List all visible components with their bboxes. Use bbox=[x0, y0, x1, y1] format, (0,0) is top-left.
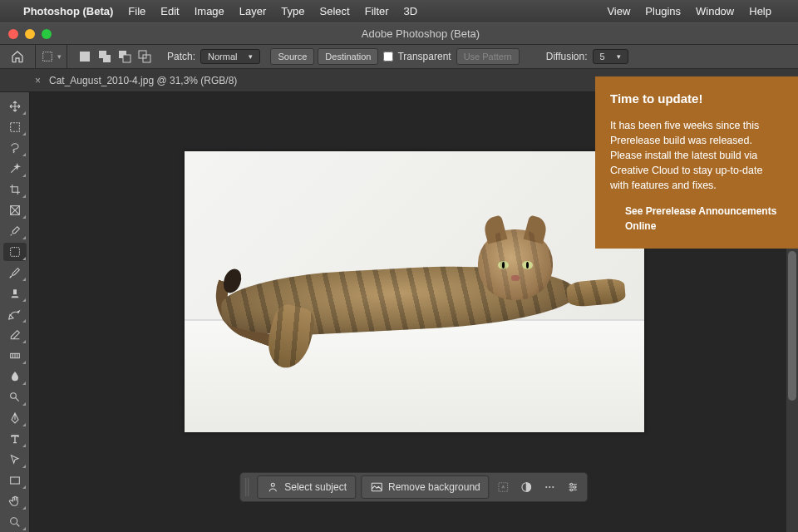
dodge-tool[interactable] bbox=[3, 388, 27, 406]
traffic-lights bbox=[8, 29, 52, 39]
clone-stamp-tool[interactable] bbox=[3, 284, 27, 303]
patch-label: Patch: bbox=[167, 51, 195, 62]
tab-close-icon[interactable]: × bbox=[35, 75, 41, 86]
selection-add-icon[interactable] bbox=[97, 49, 112, 64]
transparent-checkbox[interactable]: Transparent bbox=[383, 51, 451, 62]
svg-point-19 bbox=[546, 486, 548, 488]
more-icon[interactable] bbox=[541, 478, 559, 496]
eyedropper-tool[interactable] bbox=[3, 222, 27, 240]
maximize-window-button[interactable] bbox=[42, 29, 52, 39]
tools-panel bbox=[0, 92, 30, 532]
pen-tool[interactable] bbox=[3, 409, 27, 427]
app-name[interactable]: Photoshop (Beta) bbox=[23, 5, 113, 17]
menu-3d[interactable]: 3D bbox=[404, 5, 418, 17]
menu-select[interactable]: Select bbox=[320, 5, 350, 17]
generative-fill-icon[interactable] bbox=[495, 478, 513, 496]
home-button[interactable] bbox=[5, 47, 30, 66]
document-canvas[interactable] bbox=[185, 151, 644, 432]
history-brush-tool[interactable] bbox=[3, 305, 27, 323]
drag-handle-icon[interactable] bbox=[245, 478, 249, 496]
adjustments-icon[interactable] bbox=[518, 478, 536, 496]
svg-point-14 bbox=[10, 518, 17, 525]
window-title: Adobe Photoshop (Beta) bbox=[52, 27, 790, 40]
svg-point-20 bbox=[549, 486, 551, 488]
use-pattern-button: Use Pattern bbox=[456, 48, 520, 65]
select-subject-button[interactable]: Select subject bbox=[257, 475, 356, 499]
patch-mode-dropdown[interactable]: Normal▾ bbox=[200, 49, 260, 64]
lasso-tool[interactable] bbox=[3, 139, 27, 157]
contextual-task-bar: Select subject Remove background bbox=[239, 472, 588, 502]
gradient-tool[interactable] bbox=[3, 347, 27, 365]
system-menubar: Photoshop (Beta) File Edit Image Layer T… bbox=[0, 0, 798, 22]
svg-rect-8 bbox=[10, 123, 19, 132]
selection-mode-group bbox=[72, 49, 157, 64]
menu-image[interactable]: Image bbox=[195, 5, 224, 17]
patch-tool[interactable] bbox=[3, 243, 27, 261]
magic-wand-tool[interactable] bbox=[3, 160, 27, 178]
svg-point-23 bbox=[574, 486, 576, 489]
diffusion-dropdown[interactable]: 5▾ bbox=[593, 49, 628, 64]
svg-rect-13 bbox=[10, 477, 19, 484]
svg-rect-10 bbox=[10, 248, 19, 257]
menu-filter[interactable]: Filter bbox=[365, 5, 389, 17]
options-bar: ▾ Patch: Normal▾ Source Destination Tran… bbox=[0, 44, 798, 69]
rectangle-tool[interactable] bbox=[3, 471, 27, 490]
svg-rect-0 bbox=[43, 52, 52, 62]
menu-file[interactable]: File bbox=[128, 5, 145, 17]
svg-point-24 bbox=[570, 489, 573, 491]
scrollbar-thumb[interactable] bbox=[788, 251, 796, 401]
blur-tool[interactable] bbox=[3, 367, 27, 386]
svg-rect-17 bbox=[499, 483, 508, 492]
update-notification: Time to update! It has been five weeks s… bbox=[595, 76, 798, 249]
notification-title: Time to update! bbox=[610, 90, 783, 108]
notification-link[interactable]: See Prerelease Announcements Online bbox=[610, 204, 783, 234]
eraser-tool[interactable] bbox=[3, 326, 27, 344]
hand-tool[interactable] bbox=[3, 492, 27, 510]
zoom-tool[interactable] bbox=[3, 513, 27, 531]
marquee-tool[interactable] bbox=[3, 118, 27, 136]
window-titlebar: Adobe Photoshop (Beta) bbox=[0, 22, 798, 44]
tool-preset-picker[interactable]: ▾ bbox=[35, 45, 67, 68]
svg-point-21 bbox=[553, 486, 554, 488]
menu-view[interactable]: View bbox=[607, 5, 630, 17]
remove-background-button[interactable]: Remove background bbox=[361, 475, 490, 499]
move-tool[interactable] bbox=[3, 97, 27, 116]
notification-body: It has been five weeks since this Prerel… bbox=[610, 118, 783, 194]
menu-layer[interactable]: Layer bbox=[239, 5, 267, 17]
svg-point-12 bbox=[10, 393, 16, 399]
svg-rect-3 bbox=[103, 55, 111, 62]
menu-plugins[interactable]: Plugins bbox=[645, 5, 681, 17]
document-tab[interactable]: Cat_August_2010-4.jpg @ 31,3% (RGB/8) bbox=[49, 75, 237, 86]
patch-group: Patch: Normal▾ bbox=[162, 49, 265, 64]
selection-new-icon[interactable] bbox=[77, 49, 92, 64]
svg-rect-1 bbox=[80, 52, 90, 62]
menu-type[interactable]: Type bbox=[281, 5, 304, 17]
brush-tool[interactable] bbox=[3, 264, 27, 282]
minimize-window-button[interactable] bbox=[25, 29, 35, 39]
menu-help[interactable]: Help bbox=[749, 5, 771, 17]
svg-rect-5 bbox=[123, 55, 131, 62]
svg-point-22 bbox=[570, 483, 573, 485]
menu-window[interactable]: Window bbox=[696, 5, 734, 17]
menu-edit[interactable]: Edit bbox=[160, 5, 179, 17]
crop-tool[interactable] bbox=[3, 180, 27, 199]
close-window-button[interactable] bbox=[8, 29, 18, 39]
type-tool[interactable] bbox=[3, 430, 27, 448]
properties-icon[interactable] bbox=[564, 478, 583, 496]
svg-point-15 bbox=[271, 483, 274, 486]
destination-button[interactable]: Destination bbox=[318, 48, 378, 65]
path-selection-tool[interactable] bbox=[3, 451, 27, 469]
source-button[interactable]: Source bbox=[270, 48, 314, 65]
selection-subtract-icon[interactable] bbox=[117, 49, 132, 64]
selection-intersect-icon[interactable] bbox=[137, 49, 152, 64]
frame-tool[interactable] bbox=[3, 201, 27, 219]
diffusion-label: Diffusion: bbox=[546, 51, 588, 62]
